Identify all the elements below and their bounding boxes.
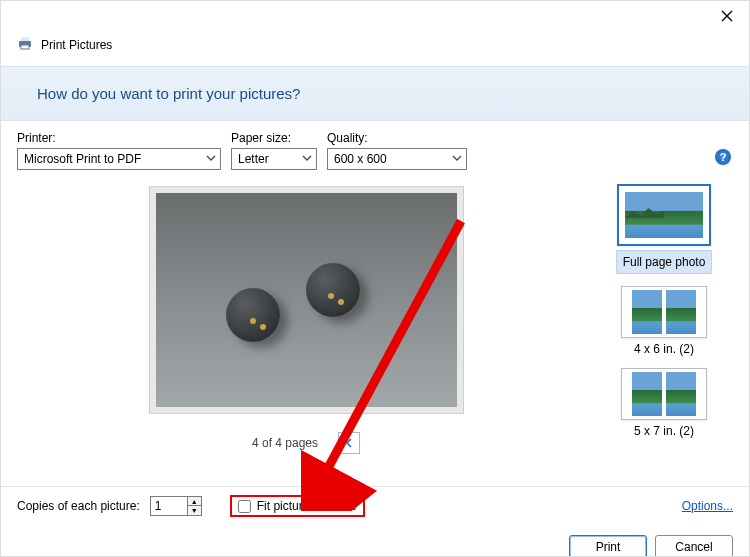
quality-label: Quality: [327,131,467,145]
paper-size-label: Paper size: [231,131,317,145]
fit-picture-label: Fit picture to frame [257,499,357,513]
help-icon[interactable]: ? [715,149,731,165]
layout-4x6[interactable]: 4 x 6 in. (2) [621,286,707,356]
banner-question: How do you want to print your pictures? [37,85,713,102]
layout-5x7[interactable]: 5 x 7 in. (2) [621,368,707,438]
quality-select[interactable]: 600 x 600 [327,148,467,170]
layout-5x7-label: 5 x 7 in. (2) [634,424,694,438]
svg-rect-2 [21,45,29,49]
pager-text: 4 of 4 pages [252,436,318,450]
window-title: Print Pictures [41,38,112,52]
copies-spinner[interactable]: ▲ ▼ [150,496,202,516]
printer-icon [17,35,33,54]
pager-prev-button[interactable] [338,432,360,454]
copies-down-button[interactable]: ▼ [187,506,201,515]
paper-size-value: Letter [238,152,269,166]
print-button[interactable]: Print [569,535,647,557]
options-link[interactable]: Options... [682,499,733,513]
layout-full-page[interactable]: Full page photo [616,184,713,274]
paper-size-select[interactable]: Letter [231,148,317,170]
copies-input[interactable] [151,497,187,515]
chevron-down-icon [452,152,462,166]
chevron-down-icon [302,152,312,166]
fit-picture-checkbox-wrap[interactable]: Fit picture to frame [230,495,365,517]
chevron-down-icon [206,152,216,166]
svg-rect-1 [21,37,29,41]
cancel-button[interactable]: Cancel [655,535,733,557]
quality-value: 600 x 600 [334,152,387,166]
fit-picture-checkbox[interactable] [238,500,251,513]
layout-4x6-label: 4 x 6 in. (2) [634,342,694,356]
print-preview [149,186,464,414]
banner: How do you want to print your pictures? [1,66,749,121]
printer-select[interactable]: Microsoft Print to PDF [17,148,221,170]
copies-up-button[interactable]: ▲ [187,497,201,506]
printer-value: Microsoft Print to PDF [24,152,141,166]
layout-full-page-label: Full page photo [616,250,713,274]
close-button[interactable] [713,2,741,30]
copies-label: Copies of each picture: [17,499,140,513]
printer-label: Printer: [17,131,221,145]
